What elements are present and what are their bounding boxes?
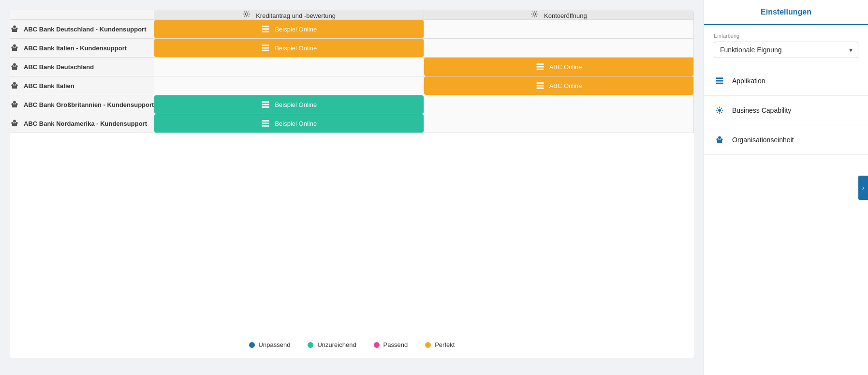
legend: Unpassend Unzureichend Passend Perfekt xyxy=(10,331,694,358)
coloring-select[interactable]: Funktionale Eignung xyxy=(714,42,858,58)
svg-rect-64 xyxy=(262,123,269,124)
svg-point-46 xyxy=(16,85,17,86)
svg-rect-68 xyxy=(716,83,723,84)
legend-label-unpassend: Unpassend xyxy=(259,341,291,348)
svg-rect-41 xyxy=(536,69,544,70)
cell-row2-col0: Beispiel Online xyxy=(154,39,424,58)
svg-point-22 xyxy=(16,28,17,30)
svg-point-78 xyxy=(719,136,721,139)
svg-rect-47 xyxy=(536,82,544,84)
svg-line-77 xyxy=(717,112,718,113)
cell-row3-col0 xyxy=(154,58,424,76)
svg-point-50 xyxy=(14,101,16,104)
svg-point-38 xyxy=(16,66,17,67)
row-label-row1: ABC Bank Deutschland - Kundensupport xyxy=(24,26,147,33)
svg-line-17 xyxy=(532,16,532,16)
org-icon-row6 xyxy=(10,119,19,128)
legend-item-passend: Passend xyxy=(374,341,408,348)
coloring-section: Einfärbung Funktionale Eignung ▾ xyxy=(704,25,868,66)
svg-rect-39 xyxy=(536,63,544,65)
sidebar: Einstellungen Einfärbung Funktionale Eig… xyxy=(704,0,868,375)
legend-dot-unpassend xyxy=(249,342,255,348)
col-header-kreditantrag-label: Kreditantrag und -bewertung xyxy=(256,12,336,19)
cap-btn-label-row4-col1: ABC Online xyxy=(549,82,582,90)
row-label-row2: ABC Bank Italien - Kundensupport xyxy=(24,45,127,52)
cap-btn-row6-col0[interactable]: Beispiel Online xyxy=(154,114,424,133)
sidebar-item-business-capability[interactable]: Business Capability xyxy=(704,96,868,125)
cell-row6-col1 xyxy=(424,114,694,133)
cap-btn-label-row5-col0: Beispiel Online xyxy=(275,101,317,108)
svg-rect-55 xyxy=(262,101,269,103)
svg-point-53 xyxy=(12,104,13,105)
svg-rect-49 xyxy=(536,88,544,89)
col-header-kontooeffnung-label: Kontoeröffnung xyxy=(544,12,587,19)
sun-icon-kontooeffnung xyxy=(530,10,538,19)
svg-point-30 xyxy=(16,47,17,48)
svg-rect-32 xyxy=(262,47,269,49)
svg-point-42 xyxy=(14,82,16,85)
cell-row5-col0: Beispiel Online xyxy=(154,95,424,114)
sun-icon-kreditantrag xyxy=(243,10,250,19)
row-label-row4: ABC Bank Italien xyxy=(24,82,74,90)
svg-line-8 xyxy=(244,16,244,16)
org-icon-organisationseinheit xyxy=(714,134,725,146)
cap-btn-row5-col0[interactable]: Beispiel Online xyxy=(154,95,424,114)
chevron-right-icon: › xyxy=(862,184,865,192)
svg-rect-67 xyxy=(716,80,723,82)
svg-line-16 xyxy=(536,12,537,12)
svg-line-76 xyxy=(721,108,722,109)
svg-rect-65 xyxy=(262,125,269,127)
svg-line-14 xyxy=(532,12,532,12)
cell-row2-col1 xyxy=(424,39,694,58)
sidebar-item-applikation[interactable]: Applikation xyxy=(704,66,868,96)
cap-btn-row4-col1[interactable]: ABC Online xyxy=(424,76,693,95)
sidebar-items: Applikation Business Capability Organisa… xyxy=(704,66,868,375)
capability-icon-business-capability xyxy=(714,105,725,116)
matrix-table: Kreditantrag und -bewertung xyxy=(10,10,694,133)
row-label-row6: ABC Bank Nordamerika - Kundensupport xyxy=(24,120,147,127)
svg-line-7 xyxy=(248,12,249,12)
row-header-row5: ABC Bank Großbritannien - Kundensupport xyxy=(10,95,154,114)
row-header-row2: ABC Bank Italien - Kundensupport xyxy=(10,39,154,58)
legend-label-passend: Passend xyxy=(383,341,408,348)
cell-row4-col0 xyxy=(154,76,424,95)
cell-row1-col0: Beispiel Online xyxy=(154,20,424,39)
svg-point-29 xyxy=(12,47,13,48)
svg-rect-48 xyxy=(536,85,544,87)
main-content: Kreditantrag und -bewertung xyxy=(0,0,704,375)
svg-point-37 xyxy=(12,66,13,67)
svg-point-34 xyxy=(14,63,16,66)
sidebar-collapse-button[interactable]: › xyxy=(858,176,868,200)
sidebar-item-label-organisationseinheit: Organisationseinheit xyxy=(732,136,794,144)
app-btn-icon-row4-col1 xyxy=(536,81,544,90)
cap-btn-label-row2-col0: Beispiel Online xyxy=(275,45,317,52)
cap-btn-row1-col0[interactable]: Beispiel Online xyxy=(154,20,424,38)
sidebar-item-organisationseinheit[interactable]: Organisationseinheit xyxy=(704,125,868,155)
cell-row3-col1: ABC Online xyxy=(424,58,694,76)
row-header-row4: ABC Bank Italien xyxy=(10,76,154,95)
svg-line-5 xyxy=(244,12,244,12)
col-header-kontooeffnung: Kontoeröffnung xyxy=(424,10,694,20)
svg-point-58 xyxy=(14,120,16,122)
org-icon-row2 xyxy=(10,44,19,52)
cell-row6-col0: Beispiel Online xyxy=(154,114,424,133)
cap-btn-row2-col0[interactable]: Beispiel Online xyxy=(154,39,424,57)
coloring-label: Einfärbung xyxy=(714,33,858,39)
legend-label-perfekt: Perfekt xyxy=(435,341,455,348)
legend-dot-unzureichend xyxy=(308,342,313,348)
cap-btn-label-row3-col1: ABC Online xyxy=(549,63,582,71)
cap-btn-row3-col1[interactable]: ABC Online xyxy=(424,58,693,76)
svg-rect-40 xyxy=(536,66,544,68)
svg-point-26 xyxy=(14,45,16,47)
svg-point-82 xyxy=(721,139,722,140)
app-btn-icon-row3-col1 xyxy=(536,62,544,71)
svg-rect-33 xyxy=(262,50,269,51)
cell-row1-col1 xyxy=(424,20,694,39)
org-icon-row3 xyxy=(10,62,19,71)
org-icon-row4 xyxy=(10,81,19,90)
legend-item-unzureichend: Unzureichend xyxy=(308,341,356,348)
svg-point-18 xyxy=(14,26,16,28)
svg-point-69 xyxy=(719,109,721,112)
sidebar-item-label-applikation: Applikation xyxy=(732,77,765,85)
cap-btn-label-row6-col0: Beispiel Online xyxy=(275,120,317,127)
